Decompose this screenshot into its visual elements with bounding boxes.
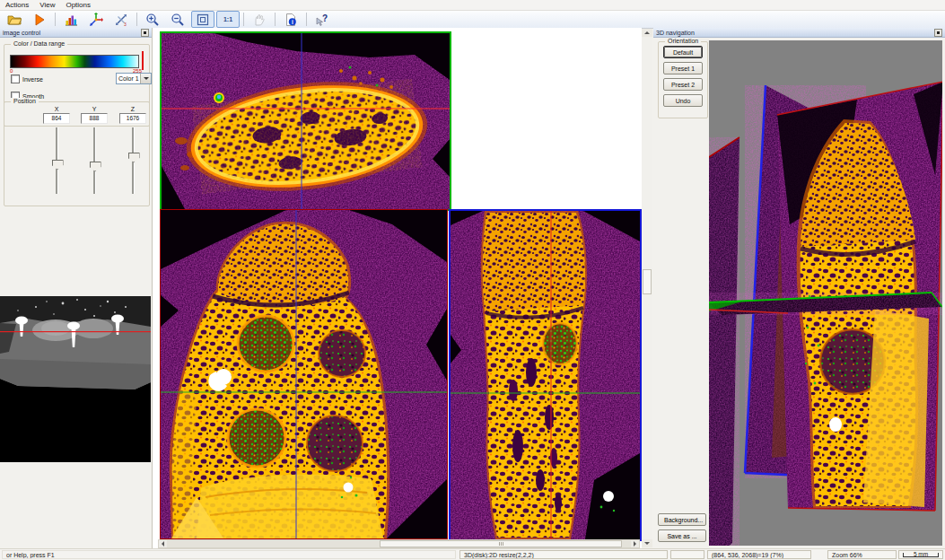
zoom-in-icon [145,13,160,27]
play-icon [32,13,47,27]
orientation-group: Orientation Default Preset 1 Preset 2 Un… [658,41,708,118]
fit-to-window-button[interactable] [191,11,214,28]
one-to-one-icon: 1:1 [223,16,232,22]
zoom-out-icon [171,13,185,27]
axis-label-z: Z [115,106,151,112]
group-label: Color / Data range [11,40,67,47]
orientation-preset2-button[interactable]: Preset 2 [663,78,703,91]
zoom-in-button[interactable] [141,11,164,28]
app-window: Actions View Options 3 1:1 i ? image con… [0,0,945,560]
axis-label-x: X [39,106,74,112]
menu-bar: Actions View Options [0,0,945,11]
axial-view[interactable] [160,31,451,211]
palette-select[interactable]: Color 1 [116,73,152,84]
toolbar-separator [136,13,137,26]
position-column-y: Y 888 [76,106,112,194]
help-cursor-icon: ? [315,13,329,27]
scroll-right-arrow[interactable] [631,540,639,547]
actual-size-button[interactable]: 1:1 [216,11,240,28]
implant-marker [603,491,614,502]
z-value-field[interactable]: 1676 [119,113,146,124]
preview-crosshair-line[interactable] [0,331,151,332]
position-column-z: Z 1676 [115,106,151,194]
scroll-track[interactable] [167,540,631,547]
colorbar[interactable] [10,55,139,68]
z-slider[interactable] [124,127,142,194]
resize-button[interactable]: 3 [109,11,133,28]
panel-close-button[interactable] [141,29,149,37]
toolbar-separator [306,13,307,26]
axes-3d-icon [89,13,103,27]
z-slider-thumb[interactable] [128,153,140,162]
x-value-field[interactable]: 864 [43,113,70,124]
status-scale-bar: 5 mm [898,550,943,559]
coronal-view[interactable] [160,209,448,539]
status-resize-info: 3D(disk):2D resize(2,2,2) [459,550,668,559]
inverse-checkbox[interactable] [11,74,20,83]
svg-text:i: i [292,18,293,24]
y-value-field[interactable]: 888 [81,113,108,124]
position-group: Position X 864 Y 888 Z 1676 [4,101,150,206]
status-position-info: (864, 536, 2068)=19 (7%) [707,550,811,559]
view-3d-button[interactable] [84,11,108,28]
horizontal-scrollbar[interactable] [158,539,640,548]
toolbar-separator [55,13,56,26]
sagittal-bone [481,211,587,539]
toolbar-separator [243,13,244,26]
dropdown-arrow-icon[interactable] [140,74,151,83]
resize-arrows-icon: 3 [114,13,128,27]
background-button[interactable]: Background... [658,513,706,526]
position-column-x: X 864 [39,106,74,194]
image-control-header: image control [0,28,152,38]
export-info-button[interactable]: i [279,11,302,28]
vertical-scrollbar[interactable] [642,29,652,547]
panel-title: 3D navigation [656,30,695,36]
histogram-button[interactable] [59,11,83,28]
y-slider[interactable] [85,127,103,194]
svg-text:3: 3 [124,22,127,27]
save-as-button[interactable]: Save as ... [658,529,706,542]
vertical-scroll-thumb[interactable] [643,269,652,294]
orientation-undo-button[interactable]: Undo [663,94,703,107]
scroll-left-arrow[interactable] [159,540,167,547]
pan-button[interactable] [248,11,271,28]
histogram-icon [64,13,78,27]
play-button[interactable] [28,11,51,28]
hand-icon [252,13,267,27]
context-help-button[interactable]: ? [311,11,334,28]
toolbar: 3 1:1 i ? [0,11,945,29]
preview-image[interactable] [0,296,151,462]
colorbar-min-label: 0 [10,68,13,74]
orientation-default-button[interactable]: Default [663,46,703,58]
status-help: or Help, press F1 [2,550,456,559]
colorbar-max-marker[interactable] [142,51,144,70]
nav3d-header: 3D navigation [653,28,945,38]
palette-value: Color 1 [117,75,140,82]
open-button[interactable] [3,11,26,28]
menu-item-view[interactable]: View [34,1,60,9]
slice-views-area [153,28,642,548]
panel-close-button[interactable] [934,29,942,37]
sagittal-view[interactable] [449,209,642,541]
scroll-down-arrow[interactable] [642,539,652,547]
zoom-out-button[interactable] [166,11,189,28]
menu-item-actions[interactable]: Actions [0,1,34,9]
x-slider[interactable] [48,127,66,194]
svg-text:?: ? [322,13,328,23]
fit-to-window-icon [196,13,210,27]
document-info-icon: i [284,13,298,27]
scroll-up-arrow[interactable] [642,29,652,37]
menu-item-options[interactable]: Options [60,1,96,9]
y-slider-thumb[interactable] [90,162,101,171]
inverse-label: Inverse [22,76,43,83]
status-bar: or Help, press F1 3D(disk):2D resize(2,2… [0,548,945,560]
status-blank [670,550,704,559]
open-folder-icon [7,13,22,27]
x-slider-thumb[interactable] [52,160,64,170]
nav3d-viewport[interactable] [709,40,942,546]
nav3d-panel: 3D navigation Orientation Default Preset… [653,28,945,548]
image-control-panel: image control Color / Data range 0 255 I… [0,28,153,548]
orientation-preset1-button[interactable]: Preset 1 [663,62,703,74]
scroll-thumb[interactable] [380,540,622,547]
toolbar-separator [275,13,276,26]
